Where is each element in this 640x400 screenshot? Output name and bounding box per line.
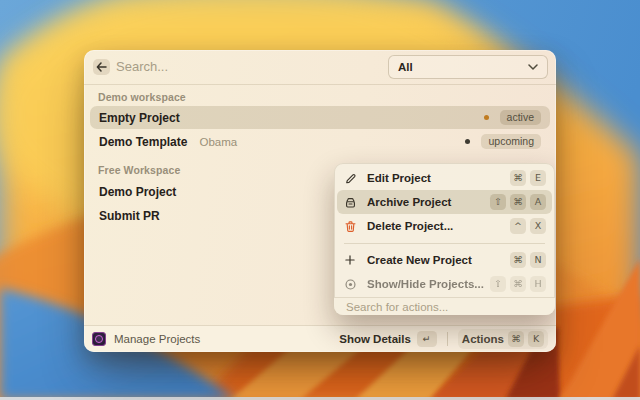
status-badge: upcoming: [481, 134, 541, 149]
app-chip: Manage Projects: [92, 332, 339, 346]
menu-item-create-new-project[interactable]: Create New Project ⌘ N: [337, 248, 552, 272]
archive-box-icon: [343, 195, 357, 209]
search-bar: Search... All: [84, 50, 556, 84]
search-input[interactable]: Search...: [116, 50, 168, 84]
keycap: ⌘: [510, 170, 526, 186]
keycap: H: [530, 276, 546, 292]
item-title: Empty Project: [99, 111, 180, 125]
status-badge: active: [500, 110, 541, 125]
menu-item-label: Edit Project: [367, 172, 506, 184]
search-divider: [84, 84, 556, 85]
k-keycap: K: [528, 331, 544, 347]
list-item-empty-project[interactable]: Empty Project active: [90, 106, 550, 129]
menu-item-label: Archive Project: [367, 196, 486, 208]
keycap: E: [530, 170, 546, 186]
keycap: N: [530, 252, 546, 268]
keycap: ^: [510, 218, 526, 234]
item-title: Submit PR: [99, 209, 160, 223]
filter-value: All: [398, 61, 528, 73]
filter-dropdown[interactable]: All: [388, 55, 548, 79]
launcher-window: Search... All Demo workspace Empty Proje…: [84, 50, 556, 352]
trash-icon: [343, 219, 357, 233]
section-header-demo-workspace: Demo workspace: [98, 91, 186, 103]
item-title: Demo Template: [99, 135, 187, 149]
menu-item-delete-project[interactable]: Delete Project... ^ X: [337, 214, 552, 238]
keycap: ⇧: [490, 194, 506, 210]
status-dot: [465, 139, 470, 144]
arrow-left-icon: [96, 62, 107, 72]
cmd-keycap: ⌘: [508, 331, 524, 347]
item-subtitle: Obama: [199, 136, 237, 148]
menu-item-edit-project[interactable]: Edit Project ⌘ E: [337, 166, 552, 190]
menu-divider: [344, 243, 545, 244]
actions-label: Actions: [462, 333, 504, 345]
keycap: ⌘: [510, 252, 526, 268]
list-item-demo-template[interactable]: Demo Template Obama upcoming: [90, 130, 550, 153]
keycap: ⌘: [510, 276, 526, 292]
actions-menu: Edit Project ⌘ E Archive Project ⇧ ⌘ A D…: [334, 163, 555, 315]
actions-search-input[interactable]: Search for actions...: [334, 297, 555, 315]
keycap: A: [530, 194, 546, 210]
status-dot: [484, 115, 489, 120]
back-button[interactable]: [93, 59, 110, 75]
show-details-label: Show Details: [339, 333, 411, 345]
item-title: Demo Project: [99, 185, 176, 199]
keycap: X: [530, 218, 546, 234]
actions-button[interactable]: Actions ⌘ K: [458, 329, 548, 349]
chevron-down-icon: [528, 64, 538, 70]
menu-item-label: Delete Project...: [367, 220, 506, 232]
eye-icon: [343, 277, 357, 291]
menu-item-label: Create New Project: [367, 254, 506, 266]
return-keycap: ↵: [417, 331, 437, 347]
menu-item-label: Show/Hide Projects...: [367, 278, 486, 290]
section-header-free-workspace: Free Workspace: [98, 164, 180, 176]
pencil-icon: [343, 171, 357, 185]
app-label: Manage Projects: [114, 333, 200, 345]
manage-projects-app-icon: [92, 332, 106, 346]
footer-divider: [447, 332, 448, 346]
menu-item-show-hide-projects[interactable]: Show/Hide Projects... ⇧ ⌘ H: [337, 272, 552, 296]
keycap: ⇧: [490, 276, 506, 292]
footer-bar: Manage Projects Show Details ↵ Actions ⌘…: [84, 325, 556, 352]
keycap: ⌘: [510, 194, 526, 210]
plus-icon: [343, 253, 357, 267]
menu-item-archive-project[interactable]: Archive Project ⇧ ⌘ A: [337, 190, 552, 214]
show-details-button[interactable]: Show Details ↵: [339, 331, 437, 347]
